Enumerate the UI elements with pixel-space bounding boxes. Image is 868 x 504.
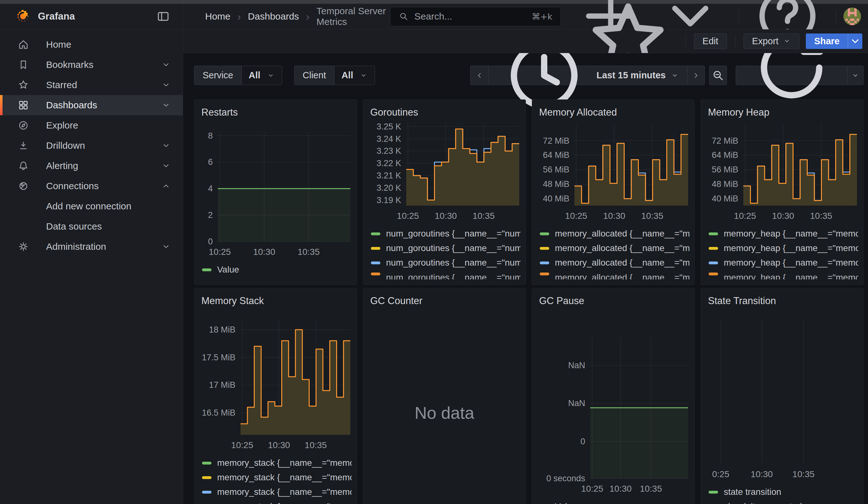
chevron-down-icon[interactable] (161, 80, 172, 90)
panel-title[interactable]: GC Counter (370, 295, 520, 307)
legend-series-label[interactable]: Value (217, 265, 239, 275)
share-split-button: Share (806, 33, 862, 49)
chevron-down-icon[interactable] (161, 140, 172, 151)
legend-series-label[interactable]: memory_allocated {__name__="memo (555, 258, 689, 267)
panel-title[interactable]: Memory Heap (708, 107, 858, 118)
chevron-down-icon[interactable] (161, 161, 172, 171)
svg-text:3.21 K: 3.21 K (376, 171, 401, 180)
legend-series-label[interactable]: state transition (724, 487, 781, 497)
legend-item: num_goroutines {__name__="num_go (371, 272, 520, 279)
svg-text:18 MiB: 18 MiB (209, 325, 236, 335)
divider (735, 34, 735, 48)
legend-series-label[interactable]: memory_stack {__name__="memory_s (217, 502, 352, 504)
breadcrumb-item-home[interactable]: Home (205, 11, 230, 22)
legend-series-label[interactable]: memory_allocated {__name__="memo (555, 244, 689, 253)
share-menu-button[interactable] (848, 33, 862, 49)
legend-item: memory_stack {__name__="memory_s (202, 487, 352, 497)
chevron-down-icon (851, 71, 859, 80)
legend-series-marker (709, 233, 718, 235)
sidebar-item-label: Administration (46, 241, 106, 252)
sidebar-item-administration[interactable]: Administration (0, 237, 183, 257)
time-range-picker[interactable]: Last 15 minutes (488, 66, 688, 85)
sidebar-item-label: Home (46, 39, 71, 50)
legend-series-label[interactable]: memory_heap {__name__="memory_h (724, 229, 858, 238)
svg-text:3.23 K: 3.23 K (376, 146, 401, 156)
variable-value-dropdown[interactable]: All (334, 66, 375, 85)
sidebar-item-label: Alerting (46, 161, 78, 171)
no-data-message: No data (414, 403, 474, 422)
refresh-button[interactable]: Refresh (736, 66, 847, 85)
legend-series-label[interactable]: num_goroutines {__name__="num_go (386, 244, 520, 253)
svg-text:NaN: NaN (568, 361, 585, 370)
legend-series-label[interactable]: num_goroutines {__name__="num_go (386, 229, 520, 238)
variable-value-dropdown[interactable]: All (241, 66, 282, 85)
chevron-up-icon[interactable] (161, 181, 172, 192)
panel-title[interactable]: Memory Allocated (539, 107, 689, 118)
sidebar-item-label: Add new connection (46, 201, 131, 212)
sidebar-item-data-sources[interactable]: Data sources (0, 216, 183, 237)
sidebar-item-add-new-connection[interactable]: Add new connection (0, 196, 183, 216)
dashboard-toolbar: Edit Export Share (183, 29, 868, 53)
legend-series-label[interactable]: memory_allocated {__name__="memo (555, 272, 689, 279)
panel-legend: Value (199, 265, 352, 279)
legend-series-label[interactable]: memory_stack {__name__="memory_s (217, 458, 352, 468)
sidebar-item-starred[interactable]: Starred (0, 75, 183, 95)
grid-icon (18, 100, 29, 111)
svg-text:3.19 K: 3.19 K (376, 195, 401, 205)
legend-series-label[interactable]: memory_heap {__name__="memory_h (724, 258, 858, 267)
sidebar-toggle-button[interactable] (156, 10, 170, 23)
svg-text:6: 6 (208, 157, 213, 167)
edit-button[interactable]: Edit (694, 33, 727, 49)
sidebar-item-connections[interactable]: Connections (0, 176, 183, 196)
legend-series-label[interactable]: num_goroutines {__name__="num_go (386, 272, 520, 279)
legend-series-label[interactable]: memory_allocated {__name__="memo (555, 229, 689, 238)
legend-series-marker (371, 233, 380, 235)
legend-series-label[interactable]: num_goroutines {__name__="num_go (386, 258, 520, 267)
legend-item: memory_allocated {__name__="memo (540, 229, 689, 238)
sidebar-item-dashboards[interactable]: Dashboards (0, 95, 183, 115)
breadcrumb-item-dashboards[interactable]: Dashboards (248, 11, 299, 22)
panel-title[interactable]: Memory Stack (202, 295, 352, 307)
panel-title[interactable]: Restarts (202, 107, 352, 118)
chart: NaNNaN00 seconds10:2510:3010:35 (537, 336, 689, 496)
chevron-down-icon[interactable] (161, 100, 172, 111)
refresh-interval-button[interactable] (847, 66, 864, 85)
sidebar-item-alerting[interactable]: Alerting (0, 156, 183, 176)
chevron-down-icon[interactable] (161, 241, 172, 252)
chart: 0:2510:3010:35 (706, 319, 858, 482)
panel-title[interactable]: State Transition (708, 295, 858, 307)
chart: 8642010:2510:3010:35 (199, 132, 352, 259)
time-range-label: Last 15 minutes (597, 70, 666, 81)
variable-service[interactable]: ServiceAll (194, 66, 282, 85)
legend-series-label[interactable]: memory_stack {__name__="memory_s (217, 487, 352, 497)
legend-series-label[interactable]: memory_stack {__name__="memory_s (217, 473, 352, 482)
svg-text:10:30: 10:30 (268, 440, 290, 450)
panel-title[interactable]: Goroutines (370, 107, 520, 118)
svg-text:10:35: 10:35 (641, 211, 663, 221)
chevron-down-icon[interactable] (161, 59, 172, 70)
legend-series-label[interactable]: shard_item_created (724, 502, 802, 504)
dashboard-content: ServiceAllClientAll Last 15 minutes Refr… (183, 53, 868, 504)
svg-text:8: 8 (208, 132, 213, 141)
sidebar-item-bookmarks[interactable]: Bookmarks (0, 55, 183, 75)
time-forward-button[interactable] (687, 66, 705, 85)
variable-client[interactable]: ClientAll (294, 66, 375, 85)
filter-row: ServiceAllClientAll Last 15 minutes Refr… (194, 66, 864, 85)
zoom-out-button[interactable] (709, 66, 727, 85)
avatar[interactable] (844, 8, 861, 25)
legend-series-label[interactable]: memory_heap {__name__="memory_h (724, 244, 858, 253)
chart: 3.25 K3.24 K3.23 K3.22 K3.21 K3.20 K3.19… (368, 123, 520, 223)
sidebar-item-label: Connections (46, 181, 99, 192)
export-button[interactable]: Export (744, 33, 800, 49)
search-input[interactable]: Search... ⌘+k (390, 7, 561, 26)
legend-series-label[interactable]: Value (555, 502, 577, 504)
sidebar-item-drilldown[interactable]: Drilldown (0, 135, 183, 156)
panel-title[interactable]: GC Pause (539, 295, 689, 307)
sidebar-item-explore[interactable]: Explore (0, 115, 183, 135)
legend-series-label[interactable]: memory_heap {__name__="memory_h (724, 272, 858, 279)
share-button[interactable]: Share (806, 33, 848, 49)
sidebar-item-home[interactable]: Home (0, 34, 183, 55)
svg-text:10:35: 10:35 (640, 484, 662, 494)
time-back-button[interactable] (470, 66, 489, 85)
panel-goroutines: Goroutines3.25 K3.24 K3.23 K3.22 K3.21 K… (363, 100, 526, 285)
